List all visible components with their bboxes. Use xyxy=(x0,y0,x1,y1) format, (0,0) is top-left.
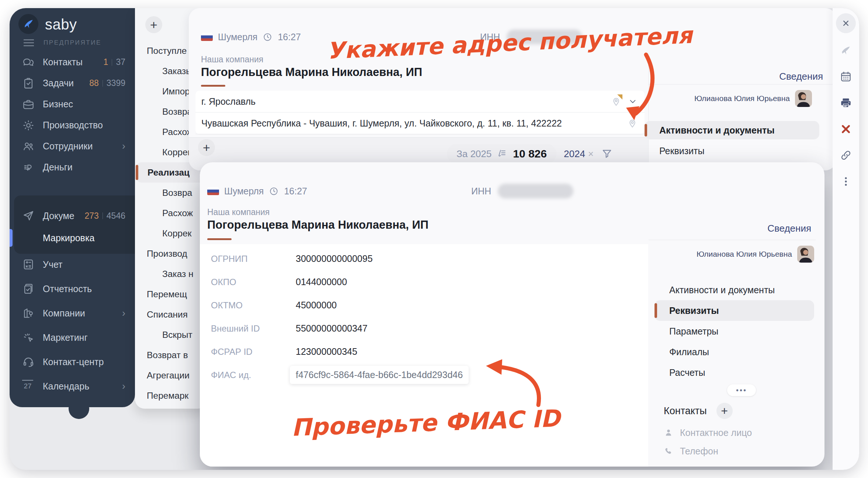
doc-menu-item-label: Агрегации xyxy=(147,370,190,381)
sidebar: saby ПРЕДПРИЯТИЕ Контакты 1 37 Задачи 88… xyxy=(10,8,135,407)
doc-menu-item[interactable]: Заказ н xyxy=(135,264,207,284)
filter-tag-2024[interactable]: 2024 × xyxy=(564,148,594,160)
card-menu-item-label: Филиалы xyxy=(669,347,709,357)
sidebar-item[interactable]: Учет xyxy=(10,252,135,277)
production-icon xyxy=(22,119,35,132)
printer-icon[interactable] xyxy=(840,97,852,109)
contact-add-item[interactable]: Контактное лицо xyxy=(664,423,752,442)
sidebar-item[interactable]: Задачи 88 3399 xyxy=(10,73,135,94)
city-label: Шумерля xyxy=(218,32,257,42)
sidebar-item[interactable]: Отчетность xyxy=(10,277,135,301)
contacts-section: Контакты + Контактное лицо Телефон xyxy=(664,403,752,460)
contact-add-item[interactable]: Телефон xyxy=(664,442,752,460)
sidebar-item-label: Учет xyxy=(43,259,62,270)
saby-send-icon[interactable] xyxy=(840,44,852,57)
contacts-title: Контакты xyxy=(664,405,707,417)
filter-tag-remove-icon[interactable]: × xyxy=(588,148,594,160)
more-vertical-icon[interactable] xyxy=(840,175,852,188)
doc-menu-item[interactable]: Агрегации xyxy=(135,365,207,385)
doc-menu-item[interactable]: Расхож xyxy=(135,203,207,223)
card-menu-item[interactable]: Активности и документы xyxy=(645,121,819,139)
manager-row[interactable]: Юлианова Юлия Юрьевна xyxy=(697,246,814,263)
field-label: ФСРАР ID xyxy=(211,347,296,357)
location-pin-flagged-icon[interactable] xyxy=(611,96,622,107)
filter-funnel-icon[interactable] xyxy=(601,148,613,160)
card-menu-item[interactable]: Расчеты xyxy=(655,362,814,383)
doc-menu-item[interactable]: Перемарк xyxy=(135,385,207,406)
manager-avatar[interactable] xyxy=(795,90,812,107)
russia-flag-icon xyxy=(201,33,213,41)
person-icon xyxy=(664,428,673,437)
doc-menu-item[interactable]: Производ xyxy=(135,243,207,264)
sidebar-item[interactable]: Сотрудники › xyxy=(10,136,135,157)
sidebar-item-label: Компании xyxy=(43,308,85,319)
doc-menu-item-label: Возвра xyxy=(162,188,192,198)
inn-group: ИНН xyxy=(471,184,573,198)
saby-logo-text: saby xyxy=(45,16,77,33)
contact-item-label: Телефон xyxy=(680,446,718,457)
details-link[interactable]: Сведения xyxy=(767,223,811,234)
sidebar-item[interactable]: Маркетинг xyxy=(10,325,135,350)
saby-app-window: saby ПРЕДПРИЯТИЕ Контакты 1 37 Задачи 88… xyxy=(0,0,868,478)
badge-separator xyxy=(103,212,103,219)
period-label: За 2025 xyxy=(456,148,492,160)
link-icon[interactable] xyxy=(840,149,852,162)
card-menu-item[interactable]: Реквизиты xyxy=(645,142,819,160)
doc-menu-item-label: Импор xyxy=(162,86,190,97)
sidebar-item-label: Докуме xyxy=(43,211,74,221)
sidebar-item[interactable]: Контакт-центр xyxy=(10,350,135,374)
doc-menu-item[interactable]: Возврат в xyxy=(135,345,207,365)
saby-logo-icon[interactable] xyxy=(18,14,38,34)
card-menu-item-label: Параметры xyxy=(669,326,718,337)
russia-flag-icon xyxy=(207,187,219,195)
period-total-pill[interactable]: За 2025 10 826 xyxy=(447,144,556,164)
company-name-title: Погорельцева Марина Николаевна, ИП xyxy=(207,218,428,232)
add-document-button[interactable]: + xyxy=(145,16,162,33)
card-menu-item[interactable]: Активности и документы xyxy=(655,280,814,300)
calendar-icon[interactable] xyxy=(840,70,852,83)
doc-menu-item[interactable]: Перемещ xyxy=(135,284,207,304)
filter-row: За 2025 10 826 2024 × xyxy=(447,144,613,164)
sidebar-item[interactable]: Бизнес xyxy=(10,94,135,115)
pin-icon xyxy=(611,102,622,108)
sidebar-item[interactable]: Производство xyxy=(10,115,135,136)
briefcase-icon xyxy=(22,98,35,111)
sidebar-item-label: Контакт-центр xyxy=(43,357,104,367)
manager-avatar[interactable] xyxy=(797,246,814,263)
add-contact-button[interactable]: + xyxy=(716,403,733,419)
sidebar-item-label: Деньги xyxy=(43,162,73,173)
doc-menu-item-label: Реализац xyxy=(147,167,190,178)
badge-separator xyxy=(112,59,112,66)
field-value: 0144000000 xyxy=(296,277,347,287)
add-record-button[interactable]: + xyxy=(198,139,215,156)
sidebar-item[interactable]: Деньги xyxy=(10,157,135,178)
card-menu-item[interactable]: Реквизиты xyxy=(655,300,814,321)
sidebar-item[interactable]: Контакты 1 37 xyxy=(10,52,135,73)
doc-menu-item-label: Вскрыт xyxy=(162,330,192,340)
annotation-arrow-address xyxy=(623,52,664,125)
sidebar-item[interactable]: Компании › xyxy=(10,301,135,325)
menu-more-button[interactable]: ••• xyxy=(727,384,756,396)
chat-icon xyxy=(22,56,35,69)
doc-menu-item[interactable]: Списания xyxy=(135,304,207,325)
sidebar-item[interactable]: 27 Календарь › xyxy=(10,374,135,398)
sidebar-item-label: Контакты xyxy=(43,57,83,67)
chevron-right-icon: › xyxy=(122,308,125,318)
close-button[interactable] xyxy=(836,13,856,33)
address-field-city[interactable]: г. Ярославль xyxy=(195,91,645,112)
sidebar-item[interactable]: Докуме 273 4546 xyxy=(10,204,135,227)
sidebar-item[interactable]: Маркировка xyxy=(10,227,135,249)
doc-menu-item[interactable]: Вскрыт xyxy=(135,325,207,345)
details-link[interactable]: Сведения xyxy=(779,71,823,82)
annotation-arrow-fias xyxy=(479,354,542,408)
card-menu-item[interactable]: Филиалы xyxy=(655,342,814,362)
delete-x-icon[interactable] xyxy=(840,123,852,135)
hamburger-menu-icon[interactable] xyxy=(24,39,34,46)
doc-menu-item[interactable]: Коррек xyxy=(135,223,207,243)
badge-separator xyxy=(103,80,103,87)
doc-menu-item[interactable]: Возвра xyxy=(135,183,207,203)
manager-row[interactable]: Юлианова Юлия Юрьевна xyxy=(694,90,812,107)
card-menu-item[interactable]: Параметры xyxy=(655,321,814,342)
address-field-full[interactable]: Чувашская Республика - Чувашия, г. Шумер… xyxy=(195,112,645,134)
sidebar-item-badges: 88 3399 xyxy=(89,78,125,88)
